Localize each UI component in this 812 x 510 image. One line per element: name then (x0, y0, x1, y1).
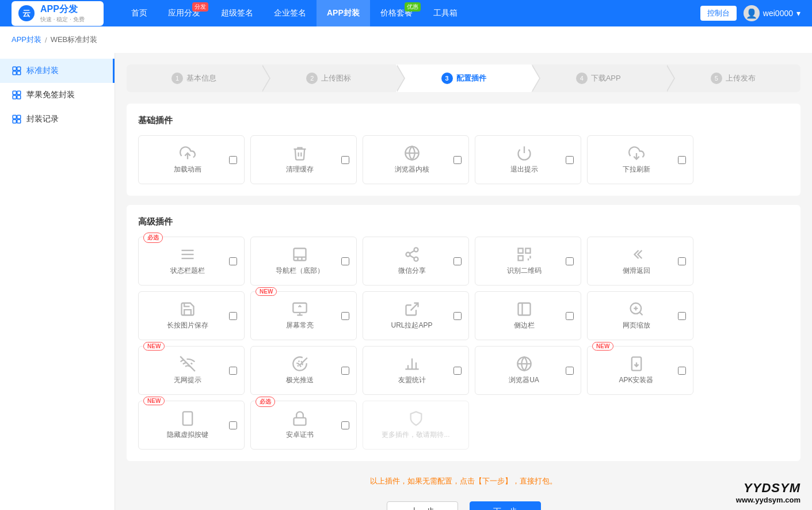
sidebar-item-standard-label: 标准封装 (26, 66, 59, 76)
notice: 以上插件，如果无需配置，点击【下一步】，直接打包。 (127, 470, 800, 492)
plugin-android-cert[interactable]: 必选 安卓证书 (250, 401, 357, 450)
step-2[interactable]: 2 上传图标 (261, 64, 396, 92)
sidebar-item-records[interactable]: 封装记录 (0, 107, 115, 131)
plugin-statusbar[interactable]: 必选 状态栏题栏 (138, 237, 245, 286)
plugin-umeng-stats-checkbox[interactable] (453, 367, 462, 375)
link-icon (404, 301, 420, 317)
new-badge-hidenav: NEW (143, 397, 165, 405)
breadcrumb-app-wrap[interactable]: APP封装 (12, 35, 41, 45)
nav-app-wrap[interactable]: APP封装 (317, 0, 370, 26)
control-panel-button[interactable]: 控制台 (700, 6, 737, 21)
plugin-wechat-share-label: 微信分享 (398, 266, 426, 276)
required-badge-statusbar: 必选 (143, 233, 163, 243)
plugin-url-launch[interactable]: URL拉起APP (363, 291, 469, 340)
sidebar-item-standard[interactable]: 标准封装 (0, 59, 115, 83)
svg-rect-13 (17, 120, 21, 123)
plugin-long-press-save[interactable]: 长按图片保存 (138, 291, 245, 340)
plugin-sidebar-panel-label: 侧边栏 (514, 321, 535, 330)
advanced-plugins-section: 高级插件 必选 状态栏题栏 (127, 205, 800, 461)
push-icon (292, 356, 308, 372)
plugin-loading-animation[interactable]: 加载动画 (138, 135, 245, 184)
basic-plugins-grid: 加载动画 清理缓存 (138, 135, 789, 184)
distribution-badge: 分发 (192, 2, 208, 12)
avatar: 👤 (744, 5, 760, 21)
step-1[interactable]: 1 基本信息 (127, 64, 261, 92)
advanced-plugins-grid: 必选 状态栏题栏 (138, 237, 789, 450)
plugin-no-network[interactable]: NEW 无网提示 (138, 346, 245, 395)
plugin-clear-cache[interactable]: 清理缓存 (250, 135, 357, 184)
nav-enterprise-sign[interactable]: 企业签名 (264, 0, 317, 26)
svg-line-29 (410, 256, 414, 258)
apk-icon (628, 356, 645, 372)
plugin-wechat-share[interactable]: 微信分享 (363, 237, 469, 286)
nav-pricing[interactable]: 价格套餐 优惠 (370, 0, 423, 26)
plugin-hide-nav-keys[interactable]: NEW 隐藏虚拟按键 (138, 401, 245, 450)
breadcrumb-current: WEB标准封装 (51, 35, 98, 45)
plugin-navbar-checkbox[interactable] (341, 257, 349, 265)
plugin-webpage-zoom-checkbox[interactable] (678, 312, 686, 320)
logo: 云 APP分发 快速 · 稳定 · 免费 (12, 1, 104, 26)
plugin-android-cert-label: 安卓证书 (286, 430, 314, 440)
btn-row: 上一步 下一步 (127, 492, 800, 510)
dropdown-icon: ▾ (796, 9, 800, 18)
plugin-exit-hint[interactable]: 退出提示 (475, 135, 581, 184)
plugin-hide-nav-keys-label: 隐藏虚拟按键 (167, 430, 208, 440)
plugin-android-cert-checkbox[interactable] (341, 421, 349, 429)
plugin-no-network-checkbox[interactable] (229, 367, 237, 375)
nav-distribution[interactable]: 应用分发 分发 (158, 0, 211, 26)
plugin-sidebar-panel-checkbox[interactable] (566, 312, 574, 320)
sidebar-item-apple[interactable]: 苹果免签封装 (0, 83, 115, 107)
nav-home[interactable]: 首页 (121, 0, 158, 26)
plugin-browser-ua[interactable]: 浏览器UA (475, 346, 581, 395)
plugin-qrcode-label: 识别二维码 (507, 266, 542, 276)
plugin-screen-always-on[interactable]: NEW 屏幕常亮 (250, 291, 357, 340)
plugin-browser-core[interactable]: 浏览器内核 (363, 135, 469, 184)
nav-icon (292, 246, 308, 262)
plugin-statusbar-checkbox[interactable] (229, 257, 237, 265)
plugin-jpush[interactable]: 极光推送 (250, 346, 357, 395)
step-3[interactable]: 3 配置插件 (396, 64, 531, 92)
plugin-qrcode[interactable]: 识别二维码 (475, 237, 581, 286)
plugin-apk-installer-label: APK安装器 (619, 375, 653, 385)
plugin-screen-always-on-checkbox[interactable] (341, 312, 349, 320)
plugin-no-network-label: 无网提示 (174, 375, 201, 385)
svg-rect-32 (525, 249, 530, 253)
plugin-long-press-save-checkbox[interactable] (229, 312, 237, 320)
plugin-browser-core-checkbox[interactable] (453, 156, 462, 164)
logo-icon: 云 (17, 4, 36, 22)
user-info[interactable]: 👤 wei0000 ▾ (744, 5, 800, 21)
plugin-browser-ua-checkbox[interactable] (566, 367, 574, 375)
plugin-navbar[interactable]: 导航栏（底部） (250, 237, 357, 286)
plugin-apk-installer-checkbox[interactable] (678, 367, 686, 375)
nav-tools[interactable]: 工具箱 (423, 0, 468, 26)
plugin-swipe-back-checkbox[interactable] (678, 257, 686, 265)
trash-icon (292, 145, 308, 161)
plugin-hide-nav-keys-checkbox[interactable] (229, 421, 237, 429)
steps: 1 基本信息 2 上传图标 3 配置插件 4 下载APP 5 上传发布 (127, 64, 800, 92)
new-badge-nonetwork: NEW (143, 342, 165, 351)
prev-button[interactable]: 上一步 (387, 501, 458, 510)
plugin-loading-animation-checkbox[interactable] (229, 156, 237, 164)
main-layout: 标准封装 苹果免签封装 封装记录 1 基 (0, 53, 812, 510)
step-4[interactable]: 4 下载APP (531, 64, 666, 92)
plugin-pull-refresh-checkbox[interactable] (678, 156, 686, 164)
plugin-statusbar-label: 状态栏题栏 (170, 266, 205, 276)
plugin-sidebar-panel[interactable]: 侧边栏 (475, 291, 581, 340)
plugin-pull-refresh[interactable]: 下拉刷新 (587, 135, 693, 184)
next-button[interactable]: 下一步 (470, 501, 541, 510)
plugin-wechat-share-checkbox[interactable] (453, 257, 462, 265)
plugin-jpush-checkbox[interactable] (341, 367, 349, 375)
svg-rect-33 (518, 256, 523, 260)
step-5[interactable]: 5 上传发布 (666, 64, 800, 92)
plugin-url-launch-checkbox[interactable] (453, 312, 462, 320)
sidebar: 标准封装 苹果免签封装 封装记录 (0, 53, 115, 510)
plugin-qrcode-checkbox[interactable] (566, 257, 574, 265)
svg-line-46 (639, 312, 642, 315)
plugin-exit-hint-checkbox[interactable] (566, 156, 574, 164)
plugin-swipe-back[interactable]: 侧滑返回 (587, 237, 693, 286)
plugin-umeng-stats[interactable]: 友盟统计 (363, 346, 469, 395)
plugin-clear-cache-checkbox[interactable] (341, 156, 349, 164)
plugin-apk-installer[interactable]: NEW APK安装器 (587, 346, 693, 395)
plugin-webpage-zoom[interactable]: 网页缩放 (587, 291, 693, 340)
nav-super-sign[interactable]: 超级签名 (211, 0, 264, 26)
